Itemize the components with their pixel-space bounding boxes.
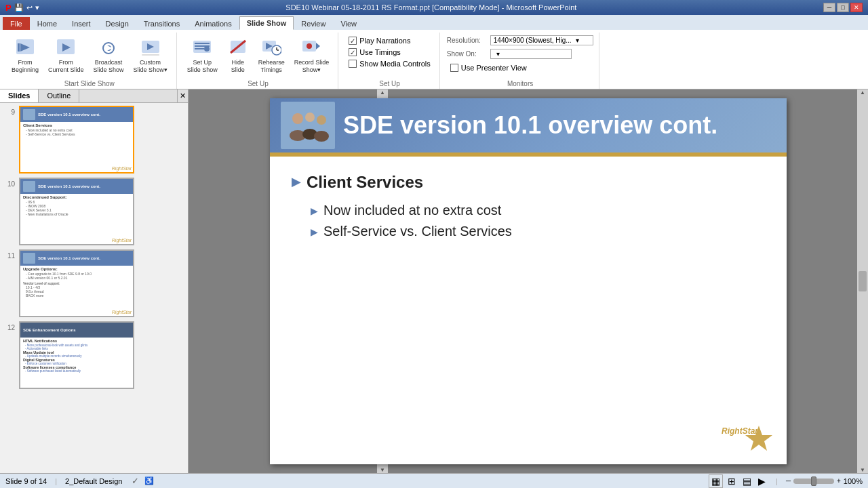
- broadcast-label: Broadcast Slide Show: [94, 59, 124, 74]
- maximize-button[interactable]: □: [837, 3, 849, 12]
- zoom-slider-thumb[interactable]: [811, 476, 816, 486]
- tab-outline[interactable]: Outline: [39, 89, 79, 102]
- normal-view-button[interactable]: ▦: [709, 474, 723, 488]
- slide-sorter-button[interactable]: ⊞: [726, 475, 738, 487]
- use-timings-check[interactable]: Use Timings: [345, 47, 434, 58]
- slide-sub-bullet-1: ▶ Now included at no extra cost: [311, 203, 765, 218]
- slide-10-title: SDE version 10.1 overview cont.: [38, 184, 100, 188]
- hide-slide-icon: [227, 37, 249, 59]
- presenter-view-checkbox[interactable]: [450, 64, 458, 72]
- resolution-label: Resolution:: [447, 37, 488, 44]
- slide-item-10[interactable]: 10 SDE version 10.1 overview cont. Disco…: [3, 178, 185, 245]
- zoom-slider[interactable]: [793, 479, 834, 484]
- record-icon: [300, 37, 322, 59]
- show-media-checkbox[interactable]: [349, 60, 357, 68]
- tab-file[interactable]: File: [3, 17, 30, 30]
- slide-thumb-12[interactable]: SDE Enhancement Options HTML Notificatio…: [19, 321, 134, 389]
- close-button[interactable]: ✕: [850, 3, 863, 12]
- set-up-icon: [191, 37, 213, 59]
- sub-bullet-2-text: Self-Service vs. Client Services: [323, 224, 512, 239]
- slide-content: ▶ Client Services ▶ Now included at no e…: [270, 157, 787, 261]
- slide-10-body: Discontinued Support: - IIS 6 - INOW 200…: [20, 194, 133, 218]
- svg-point-31: [317, 115, 326, 125]
- quick-access-undo[interactable]: ↩: [26, 3, 33, 12]
- slide-item-12[interactable]: 12 SDE Enhancement Options HTML Notifica…: [3, 321, 185, 389]
- right-scrollbar[interactable]: ▲ ▼: [857, 89, 868, 473]
- reading-view-button[interactable]: ▤: [741, 475, 753, 487]
- spell-check-icon[interactable]: ✓: [132, 476, 139, 486]
- tab-animations[interactable]: Animations: [187, 17, 239, 30]
- show-media-controls-check[interactable]: Show Media Controls: [345, 58, 434, 69]
- ribbon-monitors-content: Resolution: 1440×900 (Slowest, Hig... ▾ …: [447, 33, 594, 79]
- close-panel-button[interactable]: ✕: [177, 89, 188, 102]
- tab-slides[interactable]: Slides: [0, 89, 39, 102]
- ribbon-group-checks: Play Narrations Use Timings Show Media C…: [340, 33, 440, 89]
- slide-12-header: SDE Enhancement Options: [20, 323, 133, 338]
- show-on-row: Show On: ▾: [447, 49, 572, 59]
- slide-thumb-9[interactable]: SDE version 10.1 overview cont. Client S…: [19, 106, 134, 174]
- svg-point-32: [314, 131, 329, 142]
- zoom-out-button[interactable]: ─: [786, 477, 791, 485]
- slide-header-photo: [281, 102, 335, 149]
- resolution-dropdown[interactable]: 1440×900 (Slowest, Hig... ▾: [490, 35, 594, 45]
- slide-11-header: SDE version 10.1 overview cont.: [20, 251, 133, 266]
- slide-10-logo: RightStar: [112, 238, 132, 243]
- start-slide-show-label: Start Slide Show: [64, 79, 115, 89]
- quick-access-save[interactable]: 💾: [14, 3, 24, 12]
- play-narrations-check[interactable]: Play Narrations: [345, 35, 434, 46]
- slide-thumb-11[interactable]: SDE version 10.1 overview cont. Upgrade …: [19, 249, 134, 317]
- set-up-slide-show-button[interactable]: Set Up Slide Show: [184, 35, 221, 76]
- zoom-in-button[interactable]: +: [837, 477, 841, 485]
- zoom-controls: ─ + 100%: [786, 477, 863, 485]
- left-scroll-down[interactable]: ▼: [380, 467, 385, 473]
- from-current-button[interactable]: From Current Slide: [45, 35, 87, 76]
- svg-marker-25: [316, 43, 320, 49]
- tab-review[interactable]: Review: [294, 17, 333, 30]
- slide-11-line7: BACK more: [26, 293, 130, 298]
- titlebar-left: P 💾 ↩ ▾: [5, 3, 39, 13]
- play-narrations-checkbox[interactable]: [349, 37, 357, 45]
- record-slide-show-button[interactable]: Record Slide Show▾: [291, 35, 333, 76]
- slide-item-11[interactable]: 11 SDE version 10.1 overview cont. Upgra…: [3, 249, 185, 317]
- tab-insert[interactable]: Insert: [64, 17, 98, 30]
- tab-design[interactable]: Design: [98, 17, 136, 30]
- right-scroll-down[interactable]: ▼: [860, 467, 865, 473]
- custom-slideshow-label: Custom Slide Show▾: [134, 59, 167, 74]
- custom-slideshow-button[interactable]: Custom Slide Show▾: [130, 35, 171, 76]
- hide-slide-label: Hide Slide: [231, 59, 245, 74]
- use-timings-checkbox[interactable]: [349, 48, 357, 56]
- slide-10-line5: - New Installations of Oracle: [26, 212, 130, 216]
- hide-slide-button[interactable]: Hide Slide: [224, 35, 252, 76]
- svg-rect-12: [195, 43, 210, 44]
- titlebar: P 💾 ↩ ▾ SDE10 Webinar 05-18-2011 RS Form…: [0, 0, 868, 15]
- broadcast-button[interactable]: Broadcast Slide Show: [90, 35, 127, 76]
- minimize-button[interactable]: ─: [823, 3, 835, 12]
- use-presenter-view-check[interactable]: Use Presenter View: [447, 62, 530, 73]
- left-scroll-up[interactable]: ▲: [380, 89, 385, 96]
- broadcast-icon: [98, 37, 119, 59]
- window-title: SDE10 Webinar 05-18-2011 RS Format.ppt […: [39, 3, 823, 12]
- slide-thumb-10[interactable]: SDE version 10.1 overview cont. Disconti…: [19, 178, 134, 245]
- slide-10-line1: Discontinued Support:: [23, 195, 130, 199]
- slide-9-body: Client Services - Now included at no ext…: [20, 122, 133, 138]
- show-on-label: Show On:: [447, 50, 488, 58]
- rehearse-timings-button[interactable]: Rehearse Timings: [255, 35, 288, 76]
- show-on-dropdown[interactable]: ▾: [490, 49, 572, 59]
- svg-point-24: [307, 43, 312, 49]
- show-on-arrow: ▾: [496, 50, 500, 58]
- tab-slide-show[interactable]: Slide Show: [239, 16, 294, 30]
- from-beginning-button[interactable]: From Beginning: [8, 35, 42, 76]
- titlebar-controls: ─ □ ✕: [823, 3, 863, 12]
- slide-12-body: HTML Notifications - More professional-l…: [20, 338, 133, 374]
- right-scroll-up[interactable]: ▲: [860, 89, 865, 96]
- show-media-label: Show Media Controls: [359, 60, 431, 68]
- resolution-value: 1440×900 (Slowest, Hig...: [494, 37, 572, 44]
- slideshow-view-button[interactable]: ▶: [756, 475, 768, 487]
- tab-view[interactable]: View: [333, 17, 364, 30]
- slide-11-img: [23, 253, 35, 264]
- view-buttons: ▦ ⊞ ▤ ▶: [709, 474, 768, 488]
- slide-item-9[interactable]: 9 SDE version 10.1 overview cont. Client…: [3, 106, 185, 174]
- tab-home[interactable]: Home: [30, 17, 64, 30]
- right-scroll-thumb[interactable]: [859, 271, 867, 291]
- tab-transitions[interactable]: Transitions: [136, 17, 187, 30]
